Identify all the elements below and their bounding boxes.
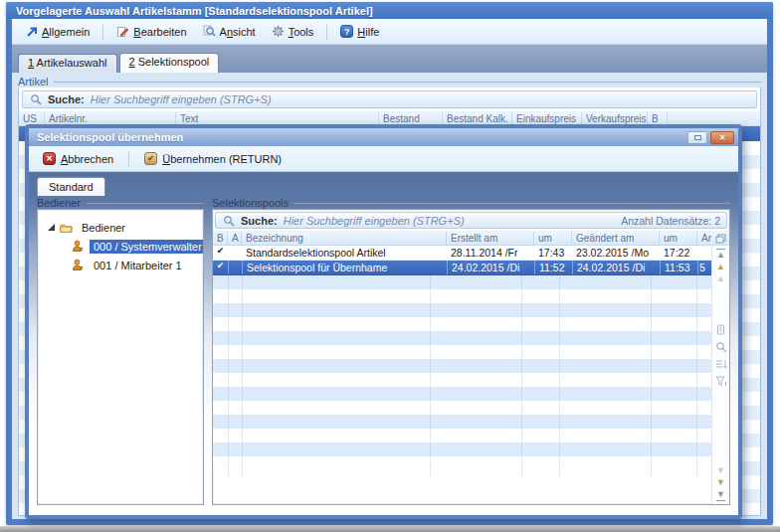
menu-allgemein[interactable]: Allgemein — [18, 23, 97, 40]
cell-um-2: 11:53 — [660, 261, 697, 274]
tree-item-systemverwalter[interactable]: 000 / Systemverwalter — [42, 237, 199, 256]
tab-standard[interactable]: Standard — [37, 177, 105, 196]
user-icon — [72, 259, 85, 271]
menu-separator — [326, 24, 327, 40]
menu-bearbeiten-label: Bearbeiten — [133, 26, 186, 38]
scroll-up-icon[interactable]: ▲ — [716, 262, 725, 272]
dialog-window-buttons: ✕ — [687, 131, 734, 144]
selektionspool-dialog: Selektionspool übernehmen ✕ ✕ Abbrechen … — [25, 124, 742, 519]
restore-button[interactable] — [687, 131, 707, 144]
uebernehmen-icon: ✔ — [144, 152, 157, 165]
close-icon: ✕ — [719, 133, 726, 142]
menu-allgemein-label: Allgemein — [42, 26, 90, 38]
main-window-title: Vorgelagerte Auswahl Artikelstamm [Stand… — [16, 5, 373, 17]
cell-erstellt-am: 28.11.2014 /Fr — [447, 246, 534, 260]
arrow-up-right-icon — [25, 25, 38, 38]
scroll-to-bottom-icon[interactable]: ▼ — [716, 489, 725, 501]
magnifier-icon — [203, 25, 216, 38]
col-um-2[interactable]: um — [660, 232, 697, 245]
bediener-tree: Bediener 000 / Systemverwalter — [38, 210, 203, 282]
artikel-group-label: Artikel — [18, 76, 761, 88]
cell-um-1: 11:52 — [534, 261, 572, 274]
navigator-middle-group — [715, 324, 727, 387]
uebernehmen-button[interactable]: ✔ Übernehmen (RETURN) — [138, 150, 288, 167]
menu-ansicht-label: Ansicht — [220, 26, 256, 38]
cell-bezeichnung: Standardselektionspool Artikel — [242, 246, 447, 260]
find-icon[interactable] — [715, 341, 727, 353]
search-icon — [222, 214, 235, 227]
scroll-down-icon[interactable]: ▼ — [716, 477, 725, 488]
tree-node-bediener[interactable]: Bediener — [42, 218, 199, 237]
cell-bezeichnung: Selektionspool für Übernhame — [242, 261, 447, 274]
search-placeholder: Hier Suchbegriff eingeben (STRG+S) — [284, 215, 465, 227]
pools-grid-header: B A Bezeichnung Erstellt am um Geändert … — [213, 231, 729, 246]
pools-grid-body: ✔ Standardselektionspool Artikel 28.11.2… — [213, 246, 711, 504]
dialog-toolbar: ✕ Abbrechen ✔ Übernehmen (RETURN) — [29, 146, 738, 172]
col-b[interactable]: B — [213, 232, 228, 245]
cancel-icon: ✕ — [43, 152, 56, 165]
menu-separator — [102, 24, 103, 40]
selektionspools-group-label: Selektionspools — [212, 196, 730, 209]
screen: Vorgelagerte Auswahl Artikelstamm [Stand… — [0, 0, 780, 532]
cell-um-1: 17:43 — [534, 246, 572, 260]
page-up-icon[interactable]: ▲ — [716, 273, 725, 284]
gear-icon — [272, 25, 285, 38]
column-chooser-button[interactable] — [711, 232, 729, 245]
cell-b: ✔ — [213, 261, 228, 274]
artikel-search-bar[interactable]: Suche: Hier Suchbegriff eingeben (STRG+S… — [22, 90, 757, 108]
menu-hilfe[interactable]: ? Hilfe — [333, 23, 386, 40]
cell-an: 5 — [697, 261, 711, 274]
toolbar-separator — [128, 151, 129, 167]
tree-expander-icon[interactable] — [48, 224, 55, 231]
tree-root-label[interactable]: Bediener — [78, 221, 129, 235]
col-bezeichnung[interactable]: Bezeichnung — [242, 232, 447, 245]
abbrechen-button[interactable]: ✕ Abbrechen — [37, 150, 119, 167]
scroll-to-top-icon[interactable]: ▲ — [716, 249, 725, 261]
menu-hilfe-label: Hilfe — [357, 26, 379, 38]
sort-icon[interactable] — [715, 359, 727, 370]
col-a[interactable]: A — [228, 232, 242, 245]
column-chooser-icon — [715, 234, 726, 244]
search-label: Suche: — [241, 215, 278, 227]
folder-icon — [60, 221, 73, 234]
cell-an — [697, 246, 711, 260]
close-button[interactable]: ✕ — [710, 131, 734, 144]
help-icon: ? — [340, 25, 353, 38]
tree-item-label[interactable]: 000 / Systemverwalter — [90, 240, 204, 254]
table-row-selected[interactable]: ✔ Selektionspool für Übernhame 24.02.201… — [213, 261, 711, 275]
pools-grid: B A Bezeichnung Erstellt am um Geändert … — [213, 231, 729, 504]
pools-search-bar[interactable]: Suche: Hier Suchbegriff eingeben (STRG+S… — [215, 212, 727, 229]
pools-empty-rows[interactable] — [213, 275, 711, 470]
cell-a — [228, 261, 242, 274]
menu-bearbeiten[interactable]: Bearbeiten — [109, 23, 193, 40]
col-an[interactable]: An — [697, 232, 711, 245]
tab-artikelauswahl[interactable]: 1 Artikelauswahl — [18, 54, 117, 73]
tab-selektionspool[interactable]: 2 Selektionspool — [119, 53, 220, 73]
cell-um-2: 17:22 — [660, 246, 697, 260]
col-geaendert-am[interactable]: Geändert am — [572, 232, 660, 245]
main-tabstrip: 1 Artikelauswahl 2 Selektionspool — [12, 45, 767, 73]
filter-icon[interactable] — [715, 376, 727, 387]
selektionspools-panel: Selektionspools Suche: Hier Suchbegriff … — [212, 196, 730, 505]
bediener-panel: Bediener Bediener — [37, 196, 204, 505]
menu-ansicht[interactable]: Ansicht — [196, 23, 263, 40]
uebernehmen-label: Übernehmen (RETURN) — [162, 153, 282, 165]
menu-tools[interactable]: Tools — [265, 23, 321, 40]
search-icon — [29, 93, 42, 106]
card-view-icon[interactable] — [715, 324, 726, 335]
page-down-icon[interactable]: ▼ — [716, 465, 725, 476]
tree-item-mitarbeiter1[interactable]: 001 / Mitarbeiter 1 — [42, 256, 199, 274]
col-erstellt-am[interactable]: Erstellt am — [447, 232, 534, 245]
table-row[interactable]: ✔ Standardselektionspool Artikel 28.11.2… — [213, 246, 711, 261]
tree-item-label[interactable]: 001 / Mitarbeiter 1 — [90, 259, 186, 272]
main-titlebar: Vorgelagerte Auswahl Artikelstamm [Stand… — [6, 2, 773, 19]
menu-tools-label: Tools — [289, 26, 314, 38]
selektionspools-box: Suche: Hier Suchbegriff eingeben (STRG+S… — [212, 209, 730, 505]
bediener-tree-box: Bediener 000 / Systemverwalter — [37, 209, 204, 505]
navigator-bottom-group: ▼ ▼ ▼ — [716, 465, 725, 501]
record-count: Anzahl Datensätze: 2 — [621, 215, 720, 227]
cell-erstellt-am: 24.02.2015 /Di — [447, 261, 534, 274]
col-um-1[interactable]: um — [534, 232, 572, 245]
navigator-top-group: ▲ ▲ ▲ — [716, 249, 725, 284]
grid-line — [760, 141, 761, 515]
